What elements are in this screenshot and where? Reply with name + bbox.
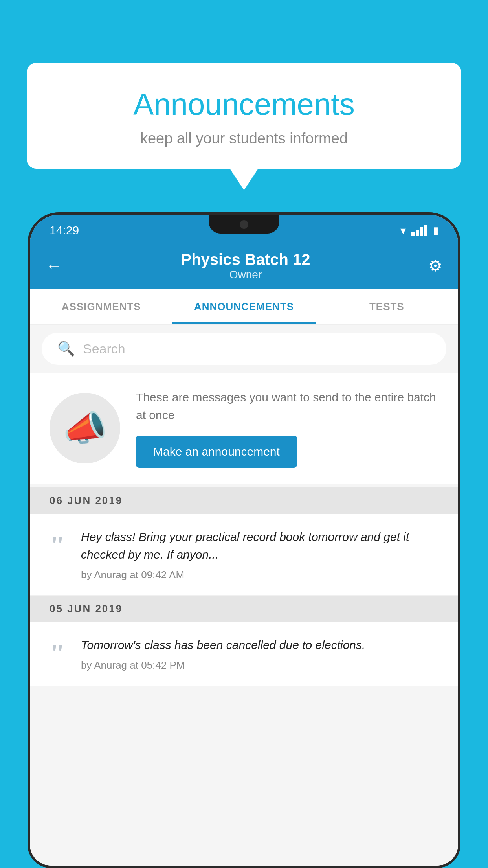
status-time: 14:29 — [50, 224, 79, 237]
phone-frame: 14:29 ▾ ▮ ← Physics Batch 12 Owner ⚙ — [28, 212, 460, 868]
search-placeholder: Search — [83, 341, 125, 357]
quote-icon-1: " — [50, 536, 65, 555]
announcement-item-1[interactable]: " Hey class! Bring your practical record… — [30, 514, 458, 596]
notch — [209, 215, 279, 234]
wifi-icon: ▾ — [400, 224, 406, 237]
announcement-item-2[interactable]: " Tomorrow's class has been cancelled du… — [30, 622, 458, 686]
tabs: ASSIGNMENTS ANNOUNCEMENTS TESTS — [30, 289, 458, 325]
announcement-text-1: Hey class! Bring your practical record b… — [81, 528, 438, 563]
owner-label: Owner — [181, 268, 310, 281]
power-button — [458, 301, 460, 356]
app-header: ← Physics Batch 12 Owner ⚙ — [30, 242, 458, 289]
announcement-content-2: Tomorrow's class has been cancelled due … — [81, 636, 438, 671]
content-area: 🔍 Search 📣 These are messages you want t… — [30, 325, 458, 866]
status-icons: ▾ ▮ — [400, 224, 438, 237]
make-announcement-button[interactable]: Make an announcement — [136, 436, 297, 468]
phone-screen: 14:29 ▾ ▮ ← Physics Batch 12 Owner ⚙ — [30, 215, 458, 866]
header-center: Physics Batch 12 Owner — [181, 251, 310, 281]
announcement-text-2: Tomorrow's class has been cancelled due … — [81, 636, 438, 654]
announcement-content-1: Hey class! Bring your practical record b… — [81, 528, 438, 581]
bubble-subtitle: keep all your students informed — [58, 130, 430, 147]
announcement-prompt: 📣 These are messages you want to send to… — [30, 373, 458, 484]
bubble-title: Announcements — [58, 86, 430, 122]
quote-icon-2: " — [50, 644, 65, 664]
batch-title: Physics Batch 12 — [181, 251, 310, 268]
date-separator-1: 06 JUN 2019 — [30, 487, 458, 514]
back-button[interactable]: ← — [46, 256, 63, 276]
announcement-meta-1: by Anurag at 09:42 AM — [81, 569, 438, 581]
tab-tests[interactable]: TESTS — [316, 289, 458, 324]
announce-description: These are messages you want to send to t… — [136, 388, 438, 424]
speech-bubble: Announcements keep all your students inf… — [27, 63, 461, 169]
megaphone-icon: 📣 — [63, 408, 107, 449]
tab-announcements[interactable]: ANNOUNCEMENTS — [172, 289, 315, 324]
settings-button[interactable]: ⚙ — [428, 257, 442, 275]
signal-icon — [411, 225, 427, 236]
announcement-meta-2: by Anurag at 05:42 PM — [81, 659, 438, 671]
announce-icon-circle: 📣 — [50, 393, 120, 463]
tab-assignments[interactable]: ASSIGNMENTS — [30, 289, 172, 324]
search-icon: 🔍 — [57, 340, 75, 357]
date-separator-2: 05 JUN 2019 — [30, 596, 458, 622]
camera — [240, 220, 248, 229]
announce-right: These are messages you want to send to t… — [136, 388, 438, 468]
search-bar[interactable]: 🔍 Search — [42, 333, 446, 365]
battery-icon: ▮ — [433, 224, 438, 237]
